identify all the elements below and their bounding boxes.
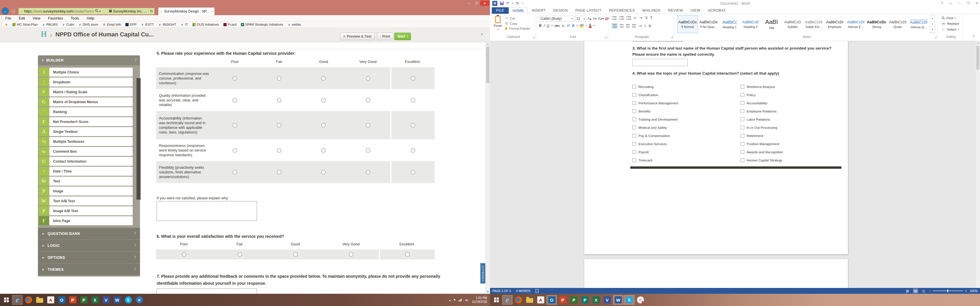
style-subtle-em[interactable]: AaBbCcDiSubtle Em... xyxy=(803,15,824,33)
q5-explain-textarea[interactable] xyxy=(157,201,257,221)
tab-close-icon[interactable]: × xyxy=(211,10,213,13)
grow-font-icon[interactable]: A▴ xyxy=(587,17,592,21)
favorite-pcard[interactable]: Pcard xyxy=(223,23,237,26)
edit-title-icon[interactable]: ÿ xyxy=(50,33,52,37)
browser-scrollbar[interactable]: ▲ ▼ xyxy=(485,42,490,294)
builder-item-matrix-of-dropdown-menus[interactable]: GMatrix of Dropdown Menus xyxy=(39,97,133,106)
taskbar-firefox-icon[interactable] xyxy=(513,295,523,304)
print-layout-icon[interactable]: ▤ xyxy=(913,289,918,293)
q5-row4-fair-radio[interactable] xyxy=(277,148,282,153)
numbering-icon[interactable] xyxy=(619,16,624,19)
paste-button[interactable]: Paste ▾ xyxy=(492,16,503,34)
volume-icon[interactable]: ◄) xyxy=(465,298,468,302)
decrease-indent-icon[interactable]: ⇤ xyxy=(634,16,637,20)
qat-customize-icon[interactable]: ≂ xyxy=(522,2,524,5)
builder-item-image-a-b-test[interactable]: PImage A/B Test xyxy=(39,206,133,216)
paste-dropdown-icon[interactable]: ▾ xyxy=(497,28,498,30)
refresh-icon[interactable]: ↻ xyxy=(148,9,153,13)
network-icon[interactable] xyxy=(458,299,462,301)
checkbox-recruiting[interactable] xyxy=(632,85,636,89)
taskbar-snipping-tool-icon[interactable]: ✂ xyxy=(635,295,646,304)
taskbar-outlook-icon[interactable]: O xyxy=(547,295,557,304)
clipboard-dialog-launcher-icon[interactable] xyxy=(532,36,535,38)
restore-button[interactable]: ❐ xyxy=(966,1,969,5)
checkbox-timecard[interactable] xyxy=(632,158,636,162)
minimize-button[interactable]: ─ xyxy=(465,1,473,6)
tab-file[interactable]: FILE xyxy=(492,7,509,14)
help-icon[interactable]: ? xyxy=(134,267,136,272)
checkbox-human-capital-strategy[interactable] xyxy=(741,158,745,162)
menu-help[interactable]: Help xyxy=(87,16,94,21)
favorite-hc-strat-plan[interactable]: HC-Strat-Plan xyxy=(13,23,38,26)
menu-edit[interactable]: Edit xyxy=(19,16,25,21)
q5-row4-good-radio[interactable] xyxy=(321,148,326,153)
q6-good-radio[interactable] xyxy=(293,252,298,257)
style-emphasis[interactable]: AaBbCcDiEmphasis xyxy=(824,15,845,33)
zoom-thumb[interactable] xyxy=(947,289,948,292)
close-button[interactable]: ✕ xyxy=(480,1,489,6)
tab-view[interactable]: VIEW xyxy=(687,7,704,14)
favorite-it[interactable]: eIT xyxy=(181,23,188,26)
help-icon[interactable]: ? xyxy=(135,58,137,63)
sidebar-scrollbar-thumb[interactable] xyxy=(137,78,141,200)
taskbar-skype-icon[interactable]: S xyxy=(123,295,133,304)
tab-review[interactable]: REVIEW xyxy=(664,7,687,14)
word-count[interactable]: 0 WORDS xyxy=(516,289,530,293)
builder-item-multiple-choice[interactable]: 1Multiple Choice xyxy=(39,68,133,77)
browser-tab[interactable]: ∩ SurveyMonkey Design : NP... × xyxy=(158,7,215,15)
style-subtitle[interactable]: AaBbCcDSubtitle xyxy=(782,15,803,33)
taskbar-start-button[interactable] xyxy=(1,295,11,304)
address-bar[interactable]: ∩ https://www.surveymonkey.com/create/?s… xyxy=(18,8,154,14)
q5-row5-good-radio[interactable] xyxy=(321,170,326,174)
cut-button[interactable]: ✂Cut xyxy=(504,16,530,20)
taskbar-start-button[interactable] xyxy=(491,295,501,304)
checkbox-performance-management[interactable] xyxy=(632,101,636,105)
q7-comment-textarea[interactable] xyxy=(157,289,257,294)
sort-icon[interactable]: ⇅ xyxy=(645,16,648,20)
checkbox-pay-compensation[interactable] xyxy=(632,134,636,138)
tab-page-layout[interactable]: PAGE LAYOUT xyxy=(571,7,605,14)
q5-row3-fair-radio[interactable] xyxy=(277,123,282,128)
builder-item-contact-information[interactable]: UContact Information xyxy=(39,157,133,166)
q6-poor-radio[interactable] xyxy=(182,252,186,257)
find-button[interactable]: Find▾ xyxy=(942,16,959,20)
checkbox-payroll[interactable] xyxy=(632,150,636,154)
clear-formatting-icon[interactable] xyxy=(605,17,609,20)
collapse-header-icon[interactable]: ^ xyxy=(480,32,483,37)
doc-name-input[interactable] xyxy=(632,59,688,66)
scrollbar-thumb[interactable] xyxy=(976,46,979,70)
builder-item-multiple-textboxes[interactable]: ½Multiple Textboxes xyxy=(39,137,133,146)
q5-row1-very-good-radio[interactable] xyxy=(366,76,371,81)
favorite-epp[interactable]: EPP xyxy=(126,23,137,26)
tab-design[interactable]: DESIGN xyxy=(549,7,572,14)
align-center-button[interactable] xyxy=(620,24,624,27)
tab-acrobat[interactable]: ACROBAT xyxy=(704,7,730,14)
favorite-dhs-store[interactable]: eDHS store xyxy=(78,23,98,26)
style-normal[interactable]: AaBbCcDc¶ Normal xyxy=(677,15,698,33)
checkbox-accountability[interactable] xyxy=(741,101,745,105)
taskbar-skype-icon[interactable]: S xyxy=(624,295,635,304)
surveymonkey-logo[interactable]: H xyxy=(41,29,47,39)
taskbar-adobe-reader-icon[interactable]: A xyxy=(46,295,56,304)
builder-item-ranking[interactable]: ´Ranking xyxy=(39,107,133,116)
document-page-4[interactable] xyxy=(584,259,848,288)
q5-row5-very-good-radio[interactable] xyxy=(366,170,371,174)
zoom-in-icon[interactable]: + xyxy=(965,289,967,293)
zoom-level[interactable]: 100% xyxy=(970,289,978,293)
builder-item-image[interactable]: PImage xyxy=(39,187,133,195)
q5-row3-very-good-radio[interactable] xyxy=(366,123,371,128)
q5-row4-very-good-radio[interactable] xyxy=(366,148,371,153)
tab-insert[interactable]: INSERT xyxy=(528,7,549,14)
builder-item-text[interactable]: WText xyxy=(39,177,133,186)
checkbox-benefits[interactable] xyxy=(632,109,636,113)
favorites-star-icon[interactable]: ★ xyxy=(5,22,8,27)
sidebar-section-themes[interactable]: ►THEMES? xyxy=(38,263,140,275)
superscript-button[interactable]: x² xyxy=(567,24,570,28)
align-right-button[interactable] xyxy=(626,24,630,27)
taskbar-file-explorer-icon[interactable] xyxy=(34,295,45,304)
favorite-estt[interactable]: eESTT xyxy=(141,23,154,26)
q5-row3-poor-radio[interactable] xyxy=(232,123,237,128)
scroll-up-icon[interactable]: ▲ xyxy=(975,42,980,44)
borders-icon[interactable]: ⊞ xyxy=(648,24,651,28)
favbar-grip[interactable] xyxy=(1,22,2,27)
